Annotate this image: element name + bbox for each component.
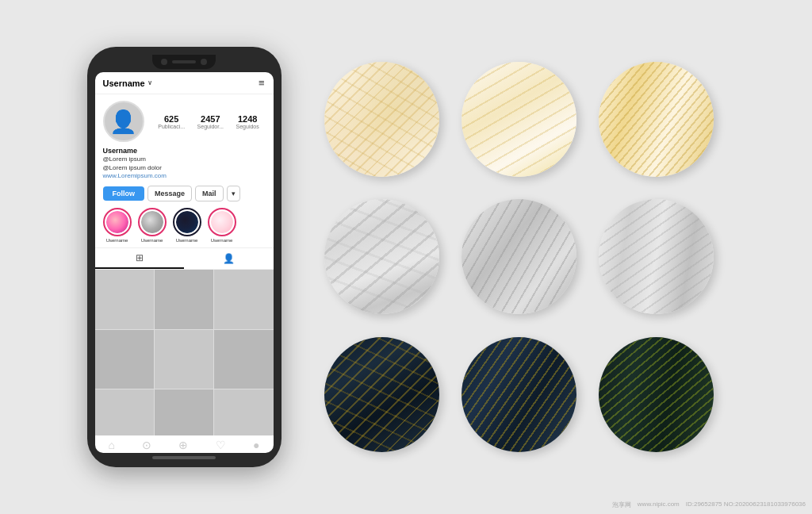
story-circle-4: [208, 208, 236, 236]
bio-line2: @Lorem ipsum dolor: [103, 163, 266, 172]
marble-dark-circle-3: [599, 337, 714, 452]
camera-dot: [161, 59, 167, 65]
ig-stats: 625 Publicaci... 2457 Seguidor... 1248 S…: [152, 114, 266, 129]
story-circle-3: [173, 208, 201, 236]
story-circle-2: [138, 208, 167, 236]
marble-grey-circle-1: [324, 199, 439, 314]
follow-button[interactable]: Follow: [103, 186, 145, 201]
grid-cell-2[interactable]: [155, 270, 213, 328]
story-img-2: [141, 211, 163, 233]
grid-cell-5[interactable]: [155, 330, 213, 389]
story-label-3: Username: [176, 238, 198, 243]
grid-cell-4[interactable]: [95, 330, 154, 389]
home-indicator: [152, 456, 216, 459]
bio-line1: @Lorem ipsum: [103, 155, 266, 163]
stat-followers: 2457 Seguidor...: [197, 114, 224, 129]
nav-heart-icon[interactable]: ♡: [216, 439, 226, 451]
phone-bottom-nav: ⌂ ⊙ ⊕ ♡ ●: [95, 435, 274, 453]
ig-username-header[interactable]: Username ∨: [103, 79, 152, 88]
story-img-4: [211, 211, 233, 233]
grid-cell-8[interactable]: [155, 389, 213, 435]
tab-grid[interactable]: ⊞: [95, 248, 185, 269]
following-label: Seguidos: [236, 124, 259, 129]
mail-button[interactable]: Mail: [195, 186, 224, 201]
watermark-id: ID:29652875 NO:20200623181033976036: [686, 501, 806, 509]
story-img-1: [106, 211, 128, 233]
posts-label: Publicaci...: [158, 124, 185, 129]
ig-actions: Follow Message Mail ▾: [95, 182, 274, 205]
watermark-site: www.nipic.com: [638, 501, 680, 509]
story-img-3: [176, 211, 198, 233]
story-item-1[interactable]: Username: [103, 208, 132, 243]
ig-bio: Username @Lorem ipsum @Lorem ipsum dolor…: [95, 145, 274, 182]
story-label-1: Username: [106, 238, 128, 243]
message-button[interactable]: Message: [147, 186, 192, 201]
chevron-icon: ∨: [147, 79, 152, 86]
main-container: Username ∨ ≡ 👤 625 Publicaci... 2457: [0, 0, 812, 514]
following-count: 1248: [236, 114, 259, 124]
story-inner-4: [211, 211, 233, 233]
phone-notch: [152, 55, 216, 69]
header-username: Username: [103, 79, 145, 88]
nav-add-icon[interactable]: ⊕: [178, 439, 188, 451]
stat-posts: 625 Publicaci...: [158, 114, 185, 129]
marble-dark-circle-1: [324, 337, 439, 452]
avatar: 👤: [103, 101, 144, 142]
speaker: [172, 60, 196, 63]
nav-home-icon[interactable]: ⌂: [109, 439, 115, 451]
camera-dot-2: [201, 59, 207, 65]
story-item-4[interactable]: Username: [208, 208, 236, 243]
grid-cell-3[interactable]: [214, 270, 273, 328]
grid-cell-1[interactable]: [95, 270, 154, 328]
story-inner-1: [106, 211, 128, 233]
marble-gold-circle-2: [462, 62, 576, 177]
ig-tabs: ⊞ 👤: [95, 247, 274, 270]
story-item-2[interactable]: Username: [138, 208, 167, 243]
grid-cell-9[interactable]: [214, 389, 273, 435]
marble-grey-circle-3: [599, 199, 714, 314]
photo-grid: [95, 270, 274, 435]
nav-profile-icon[interactable]: ●: [253, 439, 259, 451]
phone-mockup: Username ∨ ≡ 👤 625 Publicaci... 2457: [87, 47, 282, 467]
marble-gold-circle-1: [324, 62, 439, 177]
avatar-placeholder-icon: 👤: [109, 109, 137, 135]
story-inner-2: [141, 211, 163, 233]
menu-icon[interactable]: ≡: [259, 77, 266, 89]
watermark-logo: 泡享网: [612, 501, 631, 509]
followers-count: 2457: [197, 114, 224, 124]
posts-count: 625: [158, 114, 185, 124]
ig-header: Username ∨ ≡: [95, 72, 274, 94]
tab-tagged[interactable]: 👤: [184, 248, 274, 269]
marble-dark-circle-2: [462, 337, 576, 452]
grid-cell-6[interactable]: [214, 330, 273, 389]
phone-screen: Username ∨ ≡ 👤 625 Publicaci... 2457: [95, 72, 274, 453]
story-item-3[interactable]: Username: [173, 208, 201, 243]
story-label-4: Username: [211, 238, 233, 243]
bio-name: Username: [103, 147, 266, 155]
ig-stories: Username Username: [95, 205, 274, 247]
story-label-2: Username: [141, 238, 163, 243]
marble-gold-circle-3: [599, 62, 714, 177]
grid-cell-7[interactable]: [95, 389, 154, 435]
grid-icon: ⊞: [136, 252, 144, 263]
ig-profile: 👤 625 Publicaci... 2457 Seguidor... 1248…: [95, 94, 274, 145]
nav-search-icon[interactable]: ⊙: [142, 439, 151, 451]
story-inner-3: [176, 211, 198, 233]
marble-circles-grid: [313, 51, 726, 463]
watermark: 泡享网 www.nipic.com ID:29652875 NO:2020062…: [612, 501, 806, 509]
dropdown-button[interactable]: ▾: [227, 186, 240, 201]
followers-label: Seguidor...: [197, 124, 224, 129]
bio-link[interactable]: www.Loremipsum.com: [103, 172, 266, 179]
story-circle-1: [103, 208, 132, 236]
tagged-icon: 👤: [223, 253, 235, 264]
stat-following: 1248 Seguidos: [236, 114, 259, 129]
marble-grey-circle-2: [462, 199, 576, 314]
